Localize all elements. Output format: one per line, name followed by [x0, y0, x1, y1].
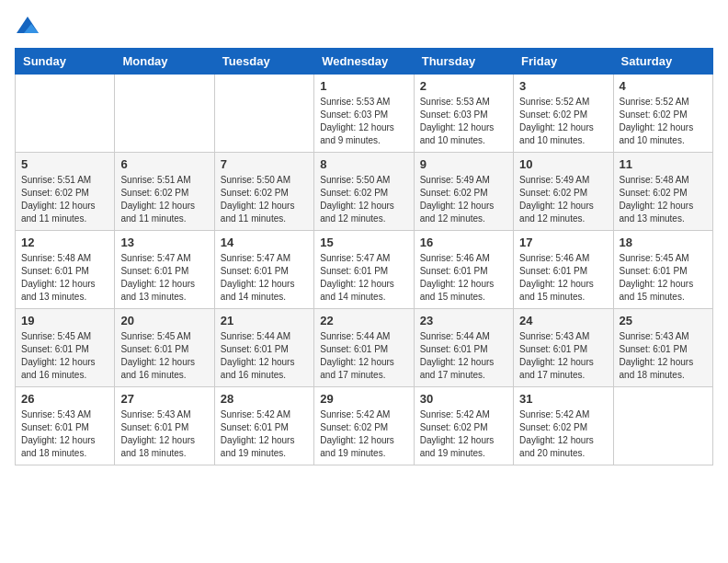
day-info: Sunrise: 5:52 AM Sunset: 6:02 PM Dayligh…: [519, 96, 607, 147]
calendar-cell: 18Sunrise: 5:45 AM Sunset: 6:01 PM Dayli…: [613, 231, 712, 309]
calendar-cell: [613, 387, 712, 465]
weekday-header-sunday: Sunday: [16, 49, 115, 75]
day-info: Sunrise: 5:53 AM Sunset: 6:03 PM Dayligh…: [320, 96, 407, 147]
day-number: 9: [420, 157, 507, 171]
day-number: 10: [519, 157, 607, 171]
day-info: Sunrise: 5:49 AM Sunset: 6:02 PM Dayligh…: [519, 174, 607, 225]
calendar-cell: [16, 75, 115, 153]
calendar-cell: 8Sunrise: 5:50 AM Sunset: 6:02 PM Daylig…: [314, 153, 414, 231]
day-number: 27: [120, 392, 208, 406]
day-number: 1: [320, 79, 407, 93]
calendar-cell: 22Sunrise: 5:44 AM Sunset: 6:01 PM Dayli…: [314, 309, 414, 387]
day-info: Sunrise: 5:42 AM Sunset: 6:02 PM Dayligh…: [320, 408, 407, 460]
day-number: 4: [620, 79, 707, 93]
weekday-header-saturday: Saturday: [613, 49, 712, 75]
calendar-cell: 3Sunrise: 5:52 AM Sunset: 6:02 PM Daylig…: [514, 75, 613, 153]
day-number: 25: [620, 314, 707, 327]
weekday-header-friday: Friday: [514, 49, 613, 75]
day-info: Sunrise: 5:43 AM Sunset: 6:01 PM Dayligh…: [21, 408, 108, 460]
weekday-header-tuesday: Tuesday: [214, 49, 313, 75]
day-info: Sunrise: 5:47 AM Sunset: 6:01 PM Dayligh…: [221, 252, 308, 304]
calendar-cell: [115, 75, 214, 153]
day-info: Sunrise: 5:43 AM Sunset: 6:01 PM Dayligh…: [620, 330, 707, 382]
day-number: 30: [420, 392, 507, 406]
day-info: Sunrise: 5:48 AM Sunset: 6:02 PM Dayligh…: [620, 174, 707, 225]
day-info: Sunrise: 5:47 AM Sunset: 6:01 PM Dayligh…: [320, 252, 407, 304]
day-number: 13: [120, 236, 208, 249]
day-number: 14: [221, 236, 308, 249]
day-number: 24: [519, 314, 607, 327]
day-number: 16: [420, 236, 507, 249]
calendar-cell: 29Sunrise: 5:42 AM Sunset: 6:02 PM Dayli…: [314, 387, 414, 465]
calendar-cell: 31Sunrise: 5:42 AM Sunset: 6:02 PM Dayli…: [514, 387, 613, 465]
calendar-cell: 26Sunrise: 5:43 AM Sunset: 6:01 PM Dayli…: [16, 387, 115, 465]
calendar-cell: 20Sunrise: 5:45 AM Sunset: 6:01 PM Dayli…: [115, 309, 214, 387]
calendar-cell: 4Sunrise: 5:52 AM Sunset: 6:02 PM Daylig…: [613, 75, 712, 153]
day-number: 20: [120, 314, 208, 327]
calendar-cell: 1Sunrise: 5:53 AM Sunset: 6:03 PM Daylig…: [314, 75, 414, 153]
day-info: Sunrise: 5:42 AM Sunset: 6:02 PM Dayligh…: [519, 408, 607, 460]
day-info: Sunrise: 5:46 AM Sunset: 6:01 PM Dayligh…: [519, 252, 607, 304]
calendar-cell: 15Sunrise: 5:47 AM Sunset: 6:01 PM Dayli…: [314, 231, 414, 309]
calendar-cell: 10Sunrise: 5:49 AM Sunset: 6:02 PM Dayli…: [514, 153, 613, 231]
day-info: Sunrise: 5:45 AM Sunset: 6:01 PM Dayligh…: [21, 330, 108, 382]
calendar-cell: 5Sunrise: 5:51 AM Sunset: 6:02 PM Daylig…: [16, 153, 115, 231]
day-info: Sunrise: 5:43 AM Sunset: 6:01 PM Dayligh…: [120, 408, 208, 460]
day-info: Sunrise: 5:44 AM Sunset: 6:01 PM Dayligh…: [420, 330, 507, 382]
day-number: 29: [320, 392, 407, 406]
day-number: 8: [320, 157, 407, 171]
day-info: Sunrise: 5:47 AM Sunset: 6:01 PM Dayligh…: [120, 252, 208, 304]
calendar-cell: 23Sunrise: 5:44 AM Sunset: 6:01 PM Dayli…: [414, 309, 513, 387]
calendar-cell: 30Sunrise: 5:42 AM Sunset: 6:02 PM Dayli…: [414, 387, 513, 465]
calendar-cell: 14Sunrise: 5:47 AM Sunset: 6:01 PM Dayli…: [214, 231, 313, 309]
weekday-header-wednesday: Wednesday: [314, 49, 414, 75]
day-info: Sunrise: 5:44 AM Sunset: 6:01 PM Dayligh…: [320, 330, 407, 382]
day-number: 17: [519, 236, 607, 249]
calendar-cell: 17Sunrise: 5:46 AM Sunset: 6:01 PM Dayli…: [514, 231, 613, 309]
day-info: Sunrise: 5:46 AM Sunset: 6:01 PM Dayligh…: [420, 252, 507, 304]
calendar-cell: 2Sunrise: 5:53 AM Sunset: 6:03 PM Daylig…: [414, 75, 513, 153]
day-number: 2: [420, 79, 507, 93]
calendar-cell: 7Sunrise: 5:50 AM Sunset: 6:02 PM Daylig…: [214, 153, 313, 231]
day-number: 11: [620, 157, 707, 171]
weekday-header-thursday: Thursday: [414, 49, 513, 75]
day-number: 18: [620, 236, 707, 249]
day-info: Sunrise: 5:45 AM Sunset: 6:01 PM Dayligh…: [620, 252, 707, 304]
day-number: 3: [519, 79, 607, 93]
day-info: Sunrise: 5:44 AM Sunset: 6:01 PM Dayligh…: [221, 330, 308, 382]
day-info: Sunrise: 5:50 AM Sunset: 6:02 PM Dayligh…: [221, 174, 308, 225]
day-number: 31: [519, 392, 607, 406]
day-info: Sunrise: 5:43 AM Sunset: 6:01 PM Dayligh…: [519, 330, 607, 382]
day-info: Sunrise: 5:53 AM Sunset: 6:03 PM Dayligh…: [420, 96, 507, 147]
day-number: 21: [221, 314, 308, 327]
day-number: 15: [320, 236, 407, 249]
day-number: 12: [21, 236, 108, 249]
day-info: Sunrise: 5:42 AM Sunset: 6:01 PM Dayligh…: [221, 408, 308, 460]
day-number: 23: [420, 314, 507, 327]
day-info: Sunrise: 5:45 AM Sunset: 6:01 PM Dayligh…: [120, 330, 208, 382]
calendar-cell: 6Sunrise: 5:51 AM Sunset: 6:02 PM Daylig…: [115, 153, 214, 231]
calendar-cell: 24Sunrise: 5:43 AM Sunset: 6:01 PM Dayli…: [514, 309, 613, 387]
day-info: Sunrise: 5:50 AM Sunset: 6:02 PM Dayligh…: [320, 174, 407, 225]
day-info: Sunrise: 5:49 AM Sunset: 6:02 PM Dayligh…: [420, 174, 507, 225]
day-number: 28: [221, 392, 308, 406]
day-info: Sunrise: 5:51 AM Sunset: 6:02 PM Dayligh…: [120, 174, 208, 225]
day-number: 7: [221, 157, 308, 171]
day-number: 5: [21, 157, 108, 171]
day-number: 19: [21, 314, 108, 327]
weekday-header-monday: Monday: [115, 49, 214, 75]
calendar-cell: 9Sunrise: 5:49 AM Sunset: 6:02 PM Daylig…: [414, 153, 513, 231]
day-info: Sunrise: 5:51 AM Sunset: 6:02 PM Dayligh…: [21, 174, 108, 225]
day-info: Sunrise: 5:52 AM Sunset: 6:02 PM Dayligh…: [620, 96, 707, 147]
day-number: 26: [21, 392, 108, 406]
day-info: Sunrise: 5:48 AM Sunset: 6:01 PM Dayligh…: [21, 252, 108, 304]
day-number: 6: [120, 157, 208, 171]
calendar-cell: 27Sunrise: 5:43 AM Sunset: 6:01 PM Dayli…: [115, 387, 214, 465]
calendar-cell: 12Sunrise: 5:48 AM Sunset: 6:01 PM Dayli…: [16, 231, 115, 309]
calendar-cell: 25Sunrise: 5:43 AM Sunset: 6:01 PM Dayli…: [613, 309, 712, 387]
calendar-cell: [214, 75, 313, 153]
day-info: Sunrise: 5:42 AM Sunset: 6:02 PM Dayligh…: [420, 408, 507, 460]
calendar-cell: 19Sunrise: 5:45 AM Sunset: 6:01 PM Dayli…: [16, 309, 115, 387]
logo: [15, 15, 44, 40]
header: [15, 15, 713, 40]
